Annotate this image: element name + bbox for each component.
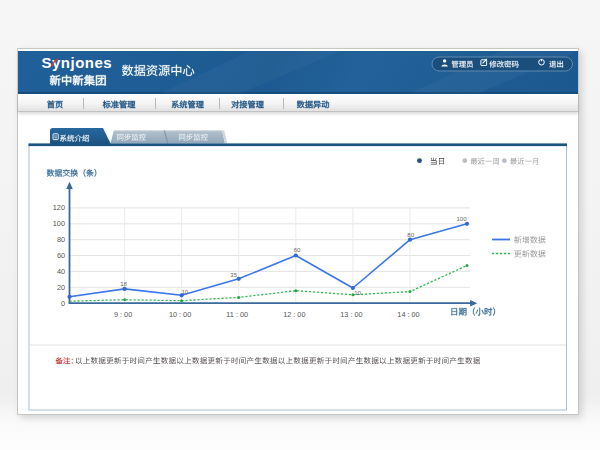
svg-text:14 : 00: 14 : 00 — [397, 310, 419, 319]
svg-text:20: 20 — [57, 283, 65, 292]
svg-text:35: 35 — [230, 272, 237, 278]
svg-text:18: 18 — [120, 281, 127, 287]
svg-text:40: 40 — [57, 267, 65, 276]
svg-text:10: 10 — [181, 289, 188, 295]
svg-text:Synjones: Synjones — [42, 54, 113, 71]
svg-text:120: 120 — [53, 203, 65, 212]
svg-text:13 : 00: 13 : 00 — [340, 310, 362, 319]
svg-text:100: 100 — [53, 219, 65, 228]
svg-text:80: 80 — [407, 232, 414, 238]
svg-text:9 : 00: 9 : 00 — [114, 310, 132, 319]
svg-text:11 : 00: 11 : 00 — [226, 310, 248, 319]
svg-text:100: 100 — [456, 216, 467, 222]
svg-text:0: 0 — [61, 299, 65, 308]
svg-text:60: 60 — [57, 251, 65, 260]
svg-text:10 : 00: 10 : 00 — [169, 310, 191, 319]
svg-text:12 : 00: 12 : 00 — [283, 310, 305, 319]
svg-text:80: 80 — [57, 235, 65, 244]
svg-text:60: 60 — [294, 247, 301, 253]
svg-text:10: 10 — [354, 290, 361, 296]
